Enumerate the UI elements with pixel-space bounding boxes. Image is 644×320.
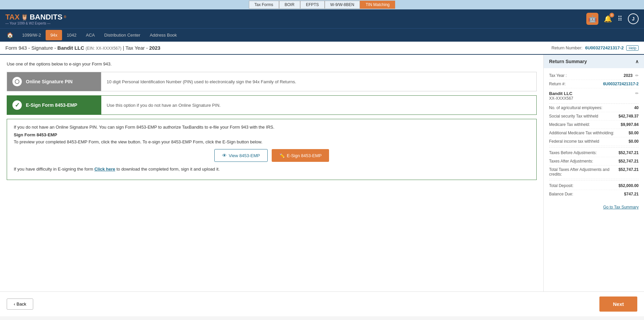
summary-row-total-taxes: Total Taxes After Adjustments and credit…: [549, 166, 639, 179]
page-header: Form 943 - Signature - Bandit LLC (EIN: …: [0, 42, 644, 55]
return-info: Return Number: 6U003272421317-2 Help: [551, 45, 639, 51]
header-icons: 🤖 🔔 0 ⠿ J: [586, 13, 639, 25]
summary-title: Return Summary: [549, 59, 587, 64]
view-8453-button[interactable]: 👁 View 8453-EMP: [214, 149, 268, 162]
logo-registered: ®: [64, 15, 66, 19]
summary-value-ss-tax: $42,749.37: [619, 114, 639, 119]
tax-year-value: 2023: [149, 45, 160, 51]
separator: |: [123, 45, 125, 51]
apps-button[interactable]: ⠿: [618, 15, 623, 23]
notification-badge: 0: [609, 13, 614, 17]
summary-tax-year-label: Tax Year :: [549, 73, 624, 78]
esign-8453-button[interactable]: ✏️ E-Sign 8453-EMP: [272, 149, 329, 162]
summary-row-ss-tax: Social security Tax withheld $42,749.37: [549, 112, 639, 121]
app-logo: TAX 🦉 BANDITS ® — Your 1099 & W2 Experts…: [5, 13, 66, 25]
summary-tax-year-value: 2023: [624, 73, 633, 78]
summary-return-num-value: 6U003272421317-2: [603, 82, 639, 86]
summary-value-taxes-before: $52,747.21: [619, 150, 639, 155]
back-chevron-icon: ‹: [14, 302, 15, 307]
tab-w9[interactable]: W-9/W-8BEN: [325, 1, 360, 9]
summary-divider2: [549, 180, 639, 180]
esign-check-icon: ✓: [12, 100, 22, 110]
go-to-tax-summary-link[interactable]: Go to Tax Summary: [544, 201, 644, 213]
nav-aca[interactable]: ACA: [81, 30, 100, 40]
sign-form-title: Sign Form 8453-EMP: [14, 132, 530, 137]
back-button[interactable]: ‹ Back: [7, 299, 33, 310]
summary-ein: XX-XXXX567: [549, 96, 573, 101]
summary-tax-year-row: Tax Year : 2023 ✏: [549, 72, 639, 80]
sign-option-pin[interactable]: Online Signature PIN 10 digit Personal I…: [7, 72, 537, 91]
summary-divider1: [549, 147, 639, 147]
summary-company: Bandit LLC XX-XXXX567 ✏: [549, 88, 639, 104]
summary-body: Tax Year : 2023 ✏ Return #: 6U0032724213…: [544, 68, 644, 201]
home-button[interactable]: 🏠: [3, 29, 17, 41]
summary-value-federal-income: $0.00: [629, 139, 639, 144]
summary-value-medicare: $9,997.84: [621, 122, 639, 127]
return-summary-panel: Return Summary ∧ Tax Year : 2023 ✏ Retur…: [543, 55, 644, 291]
esign-desc: Use this option if you do not have an On…: [101, 96, 536, 115]
nav-address-book[interactable]: Address Book: [145, 30, 181, 40]
summary-label-deposit: Total Deposit:: [549, 183, 619, 188]
return-number-value: 6U003272421317-2: [585, 45, 624, 50]
summary-value-deposit: $52,000.00: [619, 183, 639, 188]
eye-icon: 👁: [222, 153, 227, 158]
summary-return-num-row: Return #: 6U003272421317-2: [549, 80, 639, 88]
app-header: TAX 🦉 BANDITS ® — Your 1099 & W2 Experts…: [0, 9, 644, 28]
main-layout: Use one of the options below to e-sign y…: [0, 55, 644, 291]
sign-option-esign[interactable]: ✓ E-Sign Form 8453-EMP Use this option i…: [7, 95, 537, 115]
summary-label-balance: Balance Due:: [549, 192, 624, 196]
summary-label-medicare: Medicare Tax withheld:: [549, 122, 621, 127]
summary-label-employees: No. of agricultural employees:: [549, 105, 634, 110]
robot-icon[interactable]: 🤖: [586, 13, 598, 25]
page-footer: © 2024 TaxBandits.com, Span Enterprises …: [0, 316, 644, 320]
summary-label-taxes-before: Taxes Before Adjustments:: [549, 150, 619, 155]
summary-value-add-medicare: $0.00: [629, 131, 639, 135]
nav-1042[interactable]: 1042: [62, 30, 81, 40]
logo-bandits: BANDITS: [30, 13, 62, 21]
sign-option-pin-label: Online Signature PIN: [7, 72, 101, 91]
pin-desc: 10 digit Personal Identification Number …: [101, 72, 536, 91]
logo-subtitle: — Your 1099 & W2 Experts —: [5, 21, 66, 25]
nav-94x[interactable]: 94x: [46, 30, 62, 40]
pen-icon: ✏️: [279, 153, 285, 158]
summary-row-balance: Balance Due: $747.21: [549, 190, 639, 198]
tax-year-edit-icon[interactable]: ✏: [635, 73, 639, 78]
summary-label-ss-tax: Social security Tax withheld: [549, 114, 619, 119]
summary-collapse-icon[interactable]: ∧: [635, 59, 639, 64]
summary-label-add-medicare: Additional Medicare Tax withholding:: [549, 131, 629, 135]
user-avatar[interactable]: J: [628, 13, 639, 24]
tab-efpts[interactable]: EFPTS: [300, 1, 325, 9]
tab-tin-matching[interactable]: TIN Matching: [360, 1, 395, 9]
ein-value-header: (EIN: XX-XXXX567): [86, 46, 121, 51]
next-button[interactable]: Next: [599, 296, 637, 312]
notifications-button[interactable]: 🔔 0: [604, 15, 612, 23]
nav-1099w2[interactable]: 1099/W-2: [17, 30, 46, 40]
summary-company-name: Bandit LLC: [549, 91, 573, 96]
summary-label-total-taxes: Total Taxes After Adjustments and credit…: [549, 167, 619, 177]
return-number-label: Return Number:: [551, 45, 582, 50]
footer-nav: ‹ Back Next: [0, 291, 644, 316]
nav-distribution-center[interactable]: Distribution Center: [100, 30, 145, 40]
tab-tax-forms[interactable]: Tax Forms: [249, 1, 279, 9]
summary-row-employees: No. of agricultural employees: 40: [549, 104, 639, 112]
logo-owl-icon: 🦉: [21, 13, 28, 21]
summary-label-taxes-after: Taxes After Adjustments:: [549, 159, 619, 164]
summary-value-employees: 40: [634, 105, 639, 110]
pin-label-text: Online Signature PIN: [26, 79, 72, 84]
help-button[interactable]: Help: [626, 45, 639, 51]
summary-row-federal-income: Federal income tax withheld $0.00: [549, 137, 639, 146]
click-here-link[interactable]: Click here: [94, 167, 115, 172]
tax-year-label: Tax Year -: [125, 45, 148, 51]
esign-buttons: 👁 View 8453-EMP ✏️ E-Sign 8453-EMP: [14, 149, 530, 162]
esign-label-text: E-Sign Form 8453-EMP: [26, 102, 77, 108]
esign-footer-text: If you have difficulty in E-signing the …: [14, 167, 530, 172]
summary-row-taxes-before: Taxes Before Adjustments: $52,747.21: [549, 149, 639, 157]
nav-bar: 🏠 1099/W-2 94x 1042 ACA Distribution Cen…: [0, 28, 644, 42]
summary-return-num-label: Return #:: [549, 82, 603, 86]
page-title: Form 943 - Signature - Bandit LLC (EIN: …: [5, 45, 160, 51]
tab-boir[interactable]: BOIR: [279, 1, 300, 9]
summary-row-medicare: Medicare Tax withheld: $9,997.84: [549, 121, 639, 129]
company-edit-icon[interactable]: ✏: [635, 91, 639, 96]
summary-value-total-taxes: $52,747.21: [619, 167, 639, 172]
sign-option-esign-label: ✓ E-Sign Form 8453-EMP: [7, 96, 101, 115]
